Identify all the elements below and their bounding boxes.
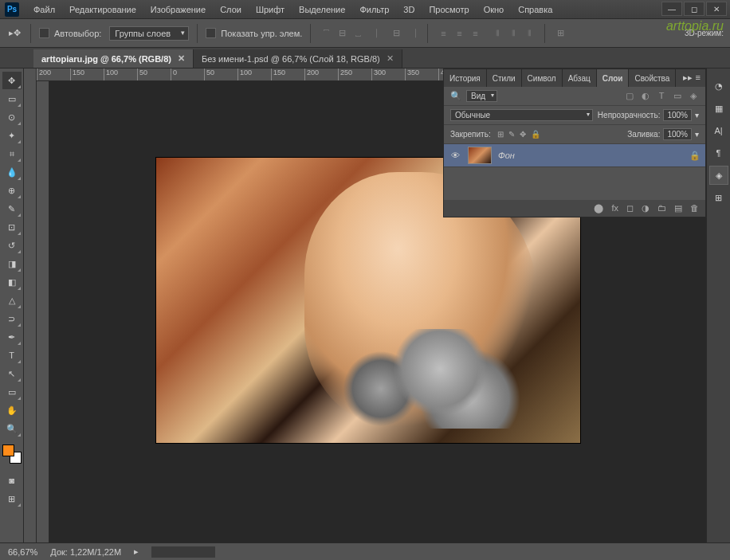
show-transform-checkbox[interactable]: Показать упр. элем. [206, 28, 302, 38]
dodge-tool[interactable]: ⊃ [2, 310, 22, 327]
document-tab-1[interactable]: arttopiaru.jpg @ 66,7% (RGB/8) ✕ [33, 49, 194, 68]
dock-layers-icon[interactable]: ◈ [709, 166, 728, 185]
menu-window[interactable]: Окно [477, 2, 511, 17]
menu-edit[interactable]: Редактирование [63, 2, 143, 17]
align-left-icon[interactable]: ⎸ [373, 26, 387, 41]
autoselect-checkbox[interactable]: Автовыбор: [39, 28, 101, 38]
opacity-input[interactable]: 100% [663, 109, 692, 121]
dock-histogram-icon[interactable]: ◔ [709, 76, 728, 96]
history-brush-tool[interactable]: ↺ [2, 237, 22, 254]
eyedropper-tool[interactable]: 💧 [2, 163, 22, 181]
zoom-level[interactable]: 66,67% [8, 547, 37, 557]
tab-properties[interactable]: Свойства [629, 69, 676, 87]
dock-paragraph-icon[interactable]: ¶ [709, 143, 728, 163]
panel-menu[interactable]: ▸▸≡ [678, 69, 705, 87]
blur-tool[interactable]: △ [2, 292, 22, 309]
menu-view[interactable]: Просмотр [422, 2, 475, 17]
stamp-tool[interactable]: ⊡ [2, 218, 22, 236]
dist-top-icon[interactable]: ≡ [436, 26, 450, 41]
move-tool[interactable]: ✥ [2, 72, 22, 89]
tab-layers[interactable]: Слои [597, 69, 630, 87]
dist-bottom-icon[interactable]: ≡ [468, 26, 482, 41]
fx-icon[interactable]: fx [611, 203, 618, 213]
menu-file[interactable]: Файл [27, 2, 61, 17]
dock-swatches-icon[interactable]: ▦ [709, 99, 728, 118]
menu-icon[interactable]: ≡ [696, 72, 701, 84]
menu-help[interactable]: Справка [512, 2, 559, 17]
layer-thumbnail[interactable] [468, 147, 492, 164]
arrange-icon[interactable]: ⊞ [553, 26, 567, 41]
delete-icon[interactable]: 🗑 [690, 203, 699, 213]
layer-name[interactable]: Фон [498, 151, 683, 160]
visibility-icon[interactable]: 👁 [449, 151, 461, 160]
heal-tool[interactable]: ⊕ [2, 182, 22, 199]
tab-character[interactable]: Символ [522, 69, 563, 87]
new-layer-icon[interactable]: ▤ [674, 203, 682, 213]
maximize-button[interactable]: ◻ [684, 2, 704, 16]
link-layers-icon[interactable]: ⬤ [594, 203, 603, 213]
menu-image[interactable]: Изображение [144, 2, 212, 17]
align-bottom-icon[interactable]: ⎵ [351, 26, 365, 41]
menu-select[interactable]: Выделение [292, 2, 351, 17]
group-icon[interactable]: 🗀 [657, 203, 666, 213]
align-hcenter-icon[interactable]: ⊟ [389, 26, 403, 41]
ruler-vertical[interactable] [37, 81, 49, 542]
zoom-tool[interactable]: 🔍 [2, 420, 22, 437]
gradient-tool[interactable]: ◧ [2, 273, 22, 291]
align-vcenter-icon[interactable]: ⊟ [335, 26, 349, 41]
menu-layer[interactable]: Слои [214, 2, 248, 17]
quickmask-tool[interactable]: ◙ [2, 472, 22, 489]
pen-tool[interactable]: ✒ [2, 328, 22, 346]
dist-left-icon[interactable]: ⦀ [490, 26, 504, 41]
color-swatches[interactable] [2, 444, 22, 464]
tab-paragraph[interactable]: Абзац [563, 69, 597, 87]
filter-shape-icon[interactable]: ▭ [672, 91, 683, 101]
chevron-down-icon[interactable]: ▾ [695, 111, 699, 119]
doc-size[interactable]: Док: 1,22M/1,22M [50, 547, 121, 557]
align-top-icon[interactable]: ⎴ [319, 26, 333, 41]
autoselect-mode-dropdown[interactable]: Группы слоев [109, 26, 189, 41]
dist-vcenter-icon[interactable]: ≡ [452, 26, 466, 41]
filter-smart-icon[interactable]: ◈ [688, 91, 699, 101]
dock-adjustments-icon[interactable]: ⊞ [709, 188, 728, 207]
filter-type-dropdown[interactable]: Вид [466, 90, 497, 102]
blend-mode-dropdown[interactable]: Обычные [450, 109, 593, 121]
dist-hcenter-icon[interactable]: ⦀ [506, 26, 520, 41]
close-button[interactable]: ✕ [706, 2, 727, 16]
wand-tool[interactable]: ✦ [2, 127, 22, 144]
lock-pixels-icon[interactable]: ✎ [508, 130, 515, 139]
crop-tool[interactable]: ⌗ [2, 145, 22, 163]
tab-history[interactable]: История [444, 69, 487, 87]
minimize-button[interactable]: — [661, 2, 682, 16]
type-tool[interactable]: T [2, 347, 22, 364]
shape-tool[interactable]: ▭ [2, 383, 22, 401]
chevron-down-icon[interactable]: ▾ [695, 130, 699, 139]
lock-position-icon[interactable]: ✥ [520, 130, 526, 139]
path-tool[interactable]: ↖ [2, 365, 22, 382]
foreground-color[interactable] [2, 444, 14, 456]
brush-tool[interactable]: ✎ [2, 200, 22, 217]
dock-character-icon[interactable]: A| [709, 121, 728, 140]
dist-right-icon[interactable]: ⦀ [522, 26, 536, 41]
filter-adjust-icon[interactable]: ◐ [640, 91, 651, 101]
collapse-icon[interactable]: ▸▸ [683, 72, 693, 84]
filter-type-icon[interactable]: T [656, 91, 667, 101]
fill-input[interactable]: 100% [663, 128, 692, 140]
marquee-tool[interactable]: ▭ [2, 90, 22, 108]
screenmode-tool[interactable]: ⊞ [2, 490, 22, 507]
lasso-tool[interactable]: ⊙ [2, 108, 22, 126]
document-tab-2[interactable]: Без имени-1.psd @ 66,7% (Слой 18, RGB/8)… [194, 49, 402, 68]
scrollbar-horizontal[interactable] [151, 546, 215, 558]
align-right-icon[interactable]: ⎹ [405, 26, 419, 41]
adjustment-icon[interactable]: ◑ [642, 203, 650, 213]
mask-icon[interactable]: ◻ [626, 203, 634, 213]
close-icon[interactable]: ✕ [387, 53, 394, 64]
lock-transparent-icon[interactable]: ⊞ [497, 130, 504, 139]
menu-3d[interactable]: 3D [397, 2, 421, 17]
close-icon[interactable]: ✕ [178, 53, 185, 64]
menu-type[interactable]: Шрифт [249, 2, 291, 17]
tab-styles[interactable]: Стили [487, 69, 522, 87]
menu-filter[interactable]: Фильтр [353, 2, 395, 17]
layer-item[interactable]: 👁 Фон 🔒 [444, 144, 705, 167]
filter-pixel-icon[interactable]: ▢ [624, 91, 635, 101]
